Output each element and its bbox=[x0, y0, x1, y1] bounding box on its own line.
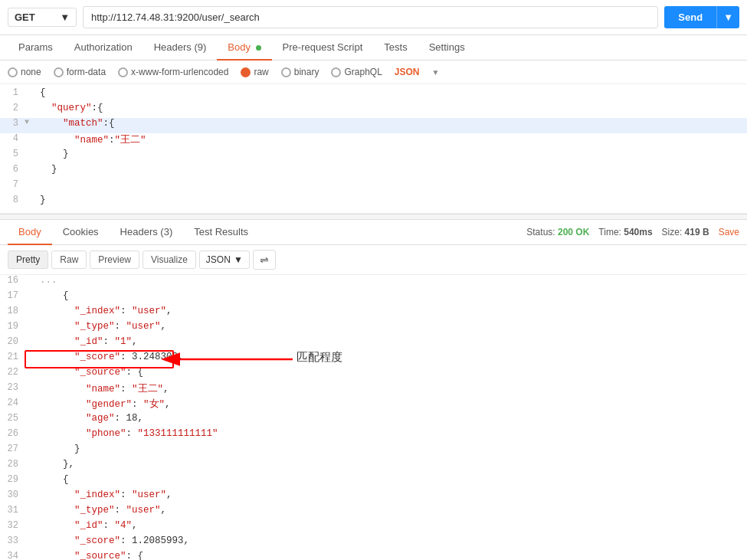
resp-line-19: 19 "_type": "user", bbox=[0, 321, 747, 336]
resp-tab-cookies[interactable]: Cookies bbox=[52, 220, 110, 245]
resp-line-16: 16 ... bbox=[0, 275, 747, 290]
response-format-bar: Pretty Raw Preview Visualize JSON ▼ ⇌ bbox=[0, 245, 747, 275]
request-tabs: Params Authorization Headers (9) Body Pr… bbox=[0, 35, 747, 61]
code-line-3: 3 ▼ "match":{ bbox=[0, 118, 747, 133]
radio-raw bbox=[241, 67, 251, 77]
annotation-label: 匹配程度 bbox=[297, 350, 342, 365]
top-bar: GET ▼ Send ▼ bbox=[0, 0, 747, 35]
body-options: none form-data x-www-form-urlencoded raw… bbox=[0, 61, 747, 84]
resp-line-20: 20 "_id": "1", bbox=[0, 336, 747, 352]
radio-none bbox=[8, 67, 18, 77]
section-separator bbox=[0, 214, 747, 220]
resp-line-25: 25 "age": 18, bbox=[0, 413, 747, 428]
resp-tab-headers[interactable]: Headers (3) bbox=[110, 220, 184, 245]
tab-params[interactable]: Params bbox=[8, 35, 64, 61]
resp-line-34: 34 "_source": { bbox=[0, 551, 747, 560]
time-value: 540ms bbox=[624, 227, 652, 237]
status-value: 200 OK bbox=[558, 227, 589, 237]
method-label: GET bbox=[15, 11, 35, 23]
resp-line-24: 24 "gender": "女", bbox=[0, 398, 747, 413]
body-active-dot bbox=[256, 45, 261, 51]
response-code-area: 16 ... 17 { 18 "_index": "user", 19 "_ty… bbox=[0, 275, 747, 560]
size-label: Size: 419 B bbox=[662, 227, 709, 237]
resp-tab-test-results[interactable]: Test Results bbox=[183, 220, 259, 245]
option-raw[interactable]: raw bbox=[241, 67, 268, 77]
code-line-8: 8 } bbox=[0, 195, 747, 210]
radio-x-www bbox=[118, 67, 128, 77]
resp-tab-body[interactable]: Body bbox=[8, 220, 52, 245]
tab-headers[interactable]: Headers (9) bbox=[143, 35, 218, 61]
resp-line-30: 30 "_index": "user", bbox=[0, 490, 747, 505]
code-line-7: 7 bbox=[0, 179, 747, 195]
response-tabs: Body Cookies Headers (3) Test Results bbox=[8, 220, 259, 244]
code-line-5: 5 } bbox=[0, 149, 747, 164]
code-line-6: 6 } bbox=[0, 164, 747, 179]
method-select[interactable]: GET ▼ bbox=[8, 8, 77, 27]
resp-line-32: 32 "_id": "4", bbox=[0, 520, 747, 535]
send-button[interactable]: Send ▼ bbox=[664, 6, 739, 28]
resp-line-27: 27 } bbox=[0, 444, 747, 459]
radio-form-data bbox=[54, 67, 64, 77]
json-badge[interactable]: JSON bbox=[395, 67, 420, 77]
resp-line-22: 22 "_source": { bbox=[0, 367, 747, 382]
format-pretty[interactable]: Pretty bbox=[8, 251, 48, 269]
code-line-4: 4 "name":"王二" bbox=[0, 133, 747, 149]
radio-graphql bbox=[331, 67, 341, 77]
resp-line-21: 21 "_score": 3.248306, bbox=[0, 352, 747, 367]
wrap-button[interactable]: ⇌ bbox=[253, 250, 276, 270]
tab-prerequest[interactable]: Pre-request Script bbox=[272, 35, 374, 61]
format-json-select[interactable]: JSON ▼ bbox=[199, 251, 250, 269]
format-raw[interactable]: Raw bbox=[51, 251, 87, 269]
format-json-label: JSON bbox=[206, 254, 231, 265]
resp-line-31: 31 "_type": "user", bbox=[0, 505, 747, 520]
time-label: Time: 540ms bbox=[598, 227, 652, 237]
resp-line-28: 28 }, bbox=[0, 459, 747, 474]
resp-line-17: 17 { bbox=[0, 290, 747, 306]
option-graphql[interactable]: GraphQL bbox=[331, 67, 382, 77]
response-status: Status: 200 OK Time: 540ms Size: 419 B S… bbox=[526, 227, 739, 237]
option-x-www[interactable]: x-www-form-urlencoded bbox=[118, 67, 228, 77]
send-label: Send bbox=[664, 6, 716, 28]
response-tabs-bar: Body Cookies Headers (3) Test Results St… bbox=[0, 220, 747, 245]
code-line-2: 2 "query":{ bbox=[0, 103, 747, 118]
json-dropdown-arrow[interactable]: ▼ bbox=[432, 68, 440, 77]
resp-line-26: 26 "phone": "133111111111" bbox=[0, 428, 747, 444]
send-dropdown-arrow[interactable]: ▼ bbox=[716, 6, 739, 28]
resp-line-18: 18 "_index": "user", bbox=[0, 306, 747, 321]
status-label: Status: 200 OK bbox=[526, 227, 589, 237]
tab-body[interactable]: Body bbox=[217, 35, 271, 61]
option-none[interactable]: none bbox=[8, 67, 41, 77]
resp-line-33: 33 "_score": 1.2085993, bbox=[0, 535, 747, 551]
url-input[interactable] bbox=[83, 6, 658, 28]
format-visualize[interactable]: Visualize bbox=[143, 251, 196, 269]
code-line-1: 1 { bbox=[0, 87, 747, 103]
save-button[interactable]: Save bbox=[719, 227, 739, 237]
option-binary[interactable]: binary bbox=[281, 67, 319, 77]
tab-authorization[interactable]: Authorization bbox=[64, 35, 143, 61]
radio-binary bbox=[281, 67, 291, 77]
method-dropdown-arrow: ▼ bbox=[60, 11, 70, 23]
option-form-data[interactable]: form-data bbox=[54, 67, 106, 77]
format-json-arrow: ▼ bbox=[234, 254, 243, 265]
format-preview[interactable]: Preview bbox=[90, 251, 139, 269]
size-value: 419 B bbox=[685, 227, 709, 237]
request-code-area: 1 { 2 "query":{ 3 ▼ "match":{ 4 "name":"… bbox=[0, 84, 747, 214]
resp-line-23: 23 "name": "王二", bbox=[0, 382, 747, 398]
tab-settings[interactable]: Settings bbox=[418, 35, 476, 61]
resp-line-29: 29 { bbox=[0, 474, 747, 490]
tab-tests[interactable]: Tests bbox=[373, 35, 418, 61]
